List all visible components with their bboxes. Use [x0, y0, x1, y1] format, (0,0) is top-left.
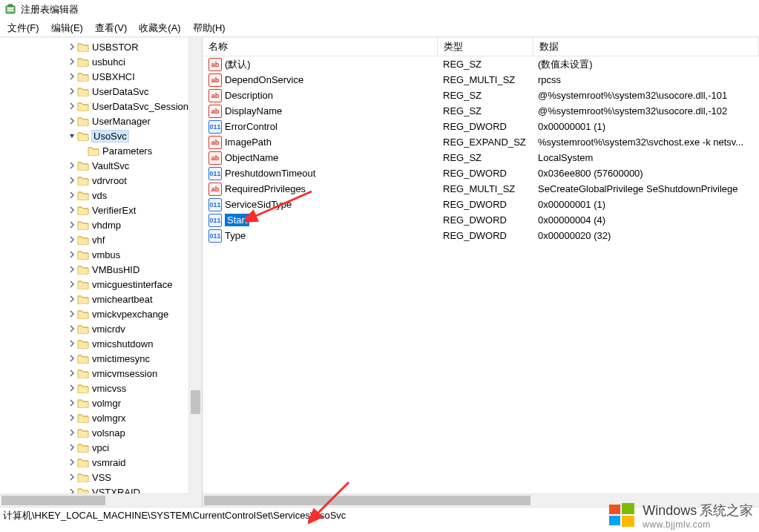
scrollbar-thumb[interactable]	[1, 496, 105, 505]
tree-horizontal-scrollbar[interactable]	[0, 493, 189, 507]
expander-icon[interactable]	[67, 177, 77, 184]
tree-item[interactable]: vds	[0, 188, 202, 203]
watermark-brand-cn: 系统之家	[700, 503, 753, 518]
expander-icon[interactable]	[67, 295, 77, 303]
expander-icon[interactable]	[67, 325, 77, 332]
tree-item[interactable]: vsmraid	[0, 455, 202, 470]
tree-item-label: volmgr	[92, 398, 121, 409]
tree-item[interactable]: VaultSvc	[0, 158, 202, 173]
value-row[interactable]: 011StartREG_DWORD0x00000004 (4)	[203, 212, 759, 228]
expander-icon[interactable]	[67, 102, 77, 110]
value-row[interactable]: 011TypeREG_DWORD0x00000020 (32)	[203, 228, 759, 243]
menu-view[interactable]: 查看(V)	[91, 20, 131, 36]
tree-item[interactable]: vmicrdv	[0, 321, 202, 336]
value-data: 0x00000004 (4)	[532, 214, 759, 226]
value-row[interactable]: abImagePathREG_EXPAND_SZ%systemroot%\sys…	[203, 134, 759, 150]
tree-item[interactable]: UserDataSvc_Session	[0, 99, 202, 114]
value-row[interactable]: abDisplayNameREG_SZ@%systemroot%\system3…	[203, 103, 759, 119]
expander-icon[interactable]	[67, 310, 77, 318]
scrollbar-thumb[interactable]	[204, 496, 530, 505]
menu-help[interactable]: 帮助(H)	[188, 20, 230, 36]
value-row[interactable]: 011ErrorControlREG_DWORD0x00000001 (1)	[203, 119, 759, 134]
expander-icon[interactable]	[67, 236, 77, 243]
expander-icon[interactable]	[67, 43, 77, 50]
tree-item[interactable]: vmicvmsession	[0, 366, 202, 381]
value-type: REG_EXPAND_SZ	[437, 137, 532, 148]
tree-item[interactable]: VerifierExt	[0, 203, 202, 217]
expander-icon[interactable]	[67, 132, 77, 139]
tree-item[interactable]: vmicvss	[0, 381, 202, 395]
registry-tree[interactable]: USBSTORusbuhciUSBXHCIUserDataSvcUserData…	[0, 38, 202, 499]
value-row[interactable]: 011ServiceSidTypeREG_DWORD0x00000001 (1)	[203, 197, 759, 212]
tree-item[interactable]: UserManager	[0, 114, 202, 128]
tree-item[interactable]: VMBusHID	[0, 262, 202, 277]
tree-item-label: vmicrdv	[92, 324, 125, 335]
value-type: REG_DWORD	[437, 199, 532, 210]
tree-item[interactable]: vdrvroot	[0, 173, 202, 188]
tree-vertical-scrollbar[interactable]	[188, 38, 202, 494]
menu-favorites[interactable]: 收藏夹(A)	[134, 20, 185, 36]
tree-item[interactable]: vmbus	[0, 247, 202, 262]
expander-icon[interactable]	[67, 399, 77, 407]
watermark-brand: Windows	[643, 503, 697, 518]
tree-item[interactable]: usbuhci	[0, 54, 202, 69]
tree-item[interactable]: vpci	[0, 440, 202, 455]
value-type: REG_MULTI_SZ	[437, 74, 532, 85]
tree-item[interactable]: USBXHCI	[0, 69, 202, 84]
expander-icon[interactable]	[67, 251, 77, 258]
expander-icon[interactable]	[67, 384, 77, 392]
values-list[interactable]: ab(默认)REG_SZ(数值未设置)abDependOnServiceREG_…	[203, 56, 759, 243]
string-value-icon: ab	[208, 89, 222, 102]
tree-item[interactable]: vhdmp	[0, 217, 202, 232]
expander-icon[interactable]	[67, 58, 77, 65]
value-row[interactable]: abObjectNameREG_SZLocalSystem	[203, 150, 759, 165]
expander-icon[interactable]	[67, 280, 77, 288]
expander-icon[interactable]	[67, 444, 77, 451]
tree-item[interactable]: volmgrx	[0, 410, 202, 425]
tree-item[interactable]: volmgr	[0, 395, 202, 410]
expander-icon[interactable]	[67, 266, 77, 273]
tree-item[interactable]: UsoSvc	[0, 128, 202, 143]
expander-icon[interactable]	[67, 191, 77, 199]
expander-icon[interactable]	[67, 473, 77, 481]
tree-item[interactable]: vmicshutdown	[0, 336, 202, 351]
menu-edit[interactable]: 编辑(E)	[47, 20, 88, 36]
svg-rect-2	[7, 7, 13, 9]
tree-item[interactable]: VSS	[0, 470, 202, 485]
expander-icon[interactable]	[67, 117, 77, 125]
menu-file[interactable]: 文件(F)	[3, 20, 44, 36]
expander-icon[interactable]	[67, 88, 77, 95]
value-row[interactable]: ab(默认)REG_SZ(数值未设置)	[203, 56, 759, 72]
tree-item[interactable]: vhf	[0, 232, 202, 247]
tree-item[interactable]: vmicguestinterface	[0, 277, 202, 292]
tree-item[interactable]: volsnap	[0, 425, 202, 440]
expander-icon[interactable]	[67, 162, 77, 169]
folder-icon	[77, 175, 89, 185]
tree-item-label: vhf	[92, 234, 105, 246]
column-header-name[interactable]: 名称	[203, 38, 438, 56]
tree-item[interactable]: vmicheartbeat	[0, 292, 202, 306]
column-header-type[interactable]: 类型	[438, 38, 533, 56]
expander-icon[interactable]	[67, 370, 77, 377]
tree-item[interactable]: USBSTOR	[0, 39, 202, 54]
tree-item[interactable]: vmictimesync	[0, 351, 202, 366]
expander-icon[interactable]	[67, 340, 77, 347]
expander-icon[interactable]	[67, 206, 77, 214]
expander-icon[interactable]	[67, 459, 77, 466]
tree-item-label: vmicshutdown	[92, 338, 153, 349]
column-header-data[interactable]: 数据	[533, 38, 759, 56]
tree-item[interactable]: vmickvpexchange	[0, 306, 202, 321]
title-bar: 注册表编辑器	[0, 0, 759, 20]
expander-icon[interactable]	[67, 73, 77, 80]
tree-item[interactable]: UserDataSvc	[0, 84, 202, 99]
scrollbar-thumb[interactable]	[191, 390, 200, 414]
value-row[interactable]: 011PreshutdownTimeoutREG_DWORD0x036ee800…	[203, 165, 759, 181]
value-row[interactable]: abDependOnServiceREG_MULTI_SZrpcss	[203, 72, 759, 88]
tree-item[interactable]: Parameters	[0, 143, 202, 158]
value-row[interactable]: abRequiredPrivilegesREG_MULTI_SZSeCreate…	[203, 181, 759, 197]
expander-icon[interactable]	[67, 429, 77, 436]
expander-icon[interactable]	[67, 414, 77, 421]
expander-icon[interactable]	[67, 221, 77, 229]
value-row[interactable]: abDescriptionREG_SZ@%systemroot%\system3…	[203, 88, 759, 103]
expander-icon[interactable]	[67, 355, 77, 362]
